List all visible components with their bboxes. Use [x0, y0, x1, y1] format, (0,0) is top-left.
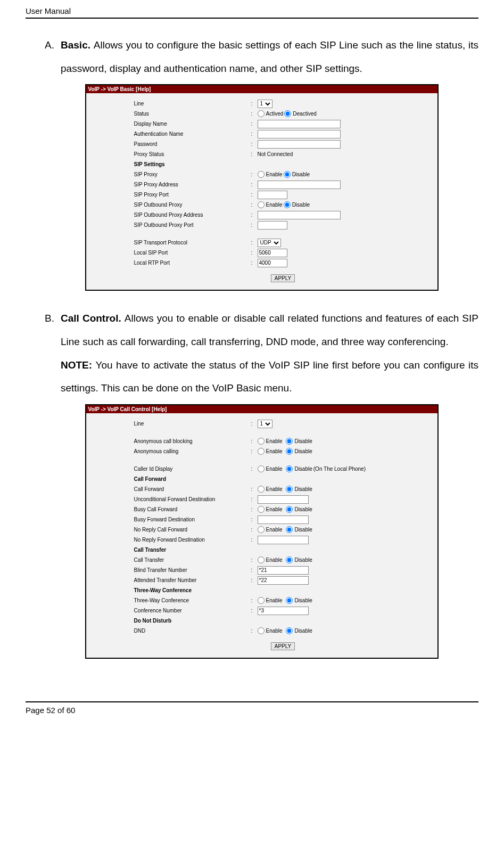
anon-block-enable-radio[interactable] [258, 438, 265, 445]
label-call-forward: Call Forward [134, 486, 251, 492]
sip-out-port-input[interactable] [258, 221, 287, 230]
callfwd-enable-radio[interactable] [258, 486, 265, 493]
label-dnd: DND [134, 628, 251, 634]
label-sip-out-addr: SIP Outbound Proxy Address [134, 212, 251, 218]
label-caller-id: Caller Id Display [134, 466, 251, 472]
voip-call-control-panel: VoIP -> VoIP Call Control [Help] Line : … [85, 404, 439, 659]
att-num-input[interactable] [258, 576, 309, 585]
header-rule [26, 18, 478, 19]
calltrans-enable-radio[interactable] [258, 557, 265, 563]
sip-transport-select[interactable]: UDP [258, 239, 281, 247]
sip-proxy-disable-radio[interactable] [284, 171, 291, 178]
help-link[interactable]: [Help] [136, 86, 151, 92]
sip-proxy-enable-radio[interactable] [258, 171, 265, 178]
local-rtp-port-input[interactable] [258, 259, 287, 267]
footer-rule [26, 701, 478, 702]
label-display-name: Display Name [134, 121, 251, 127]
label-sip-proxy-port: SIP Proxy Port [134, 192, 251, 198]
threeway-disable-radio[interactable] [286, 597, 293, 604]
noreply-dest-input[interactable] [258, 536, 309, 544]
dnd-enable-radio[interactable] [258, 627, 265, 634]
anon-block-disable-radio[interactable] [286, 438, 293, 445]
blind-num-input[interactable] [258, 566, 309, 575]
list-marker-a: A. [45, 34, 61, 80]
label-att-num: Attended Transfer Number [134, 577, 251, 583]
label-sip-proxy: SIP Proxy [134, 171, 251, 177]
uncond-dest-input[interactable] [258, 495, 309, 504]
sip-out-disable-radio[interactable] [284, 201, 291, 208]
line-select[interactable]: 1 [258, 420, 272, 428]
label-sip-out-proxy: SIP Outbound Proxy [134, 202, 251, 208]
dnd-heading: Do Not Disturb [134, 618, 251, 624]
label-busy-fwd: Busy Call Forward [134, 506, 251, 512]
voip-basic-panel: VoIP -> VoIP Basic [Help] Line : 1 Statu… [85, 84, 439, 291]
page-header: User Manual [26, 6, 478, 18]
sip-out-enable-radio[interactable] [258, 201, 265, 208]
label-password: Password [134, 141, 251, 147]
list-marker-b: B. [45, 307, 61, 400]
label-line: Line [134, 421, 251, 427]
status-actived-label: Actived [266, 111, 284, 117]
status-deactived-label: Deactived [293, 111, 316, 117]
apply-button[interactable]: APPLY [271, 274, 295, 282]
section-a-text: Basic. Allows you to configure the basic… [61, 34, 478, 80]
label-auth-name: Authentication Name [134, 131, 251, 137]
dnd-disable-radio[interactable] [286, 627, 293, 634]
noreply-enable-radio[interactable] [258, 526, 265, 533]
label-anon-block: Anonymous call blocking [134, 438, 251, 444]
line-select[interactable]: 1 [258, 100, 272, 108]
help-link[interactable]: [Help] [152, 406, 167, 412]
label-noreply-fwd: No Reply Call Forward [134, 527, 251, 533]
sip-settings-heading: SIP Settings [134, 161, 251, 167]
calltrans-disable-radio[interactable] [286, 557, 293, 563]
label-uncond-dest: Unconditional Forward Destination [134, 496, 251, 502]
label-local-sip-port: Local SIP Port [134, 250, 251, 256]
three-way-heading: Three-Way Conference [134, 587, 251, 593]
sip-proxy-addr-input[interactable] [258, 181, 341, 189]
label-three-way: Three-Way Conference [134, 598, 251, 603]
threeway-enable-radio[interactable] [258, 597, 265, 604]
call-forward-heading: Call Forward [134, 476, 251, 482]
busyfwd-enable-radio[interactable] [258, 506, 265, 513]
busy-dest-input[interactable] [258, 515, 309, 524]
callerid-disable-radio[interactable] [286, 465, 293, 472]
callfwd-disable-radio[interactable] [286, 486, 293, 493]
anon-call-disable-radio[interactable] [286, 448, 293, 455]
label-proxy-status: Proxy Status [134, 151, 251, 157]
label-blind-num: Blind Transfer Number [134, 567, 251, 573]
voip-call-control-title: VoIP -> VoIP Call Control [Help] [86, 405, 437, 413]
conf-num-input[interactable] [258, 607, 309, 615]
page-footer: Page 52 of 60 [26, 706, 478, 715]
label-sip-transport: SIP Transport Protocol [134, 240, 251, 246]
label-line: Line [134, 101, 251, 107]
noreply-disable-radio[interactable] [286, 526, 293, 533]
local-phone-note: (On The Local Phone) [313, 466, 366, 472]
password-input[interactable] [258, 140, 341, 149]
label-call-transfer: Call Transfer [134, 557, 251, 563]
label-busy-dest: Busy Forward Destination [134, 517, 251, 522]
sip-out-addr-input[interactable] [258, 211, 341, 219]
callerid-enable-radio[interactable] [258, 465, 265, 472]
local-sip-port-input[interactable] [258, 249, 287, 257]
proxy-status-value: Not Connected [258, 151, 432, 157]
auth-name-input[interactable] [258, 130, 341, 138]
sip-proxy-port-input[interactable] [258, 191, 287, 199]
status-actived-radio[interactable] [258, 110, 265, 117]
display-name-input[interactable] [258, 120, 341, 128]
apply-button[interactable]: APPLY [271, 642, 295, 650]
busyfwd-disable-radio[interactable] [286, 506, 293, 513]
voip-basic-title: VoIP -> VoIP Basic [Help] [86, 85, 437, 93]
label-sip-out-port: SIP Outbound Proxy Port [134, 222, 251, 228]
label-conf-num: Conference Number [134, 608, 251, 613]
label-noreply-dest: No Reply Forward Destination [134, 537, 251, 543]
call-transfer-heading: Call Transfer [134, 547, 251, 553]
anon-call-enable-radio[interactable] [258, 448, 265, 455]
label-anon-call: Anonymous calling [134, 448, 251, 454]
section-b-text: Call Control. Allows you to enable or di… [61, 307, 478, 400]
status-deactived-radio[interactable] [284, 110, 291, 117]
label-status: Status [134, 111, 251, 117]
label-local-rtp-port: Local RTP Port [134, 260, 251, 266]
label-sip-proxy-addr: SIP Proxy Address [134, 182, 251, 187]
